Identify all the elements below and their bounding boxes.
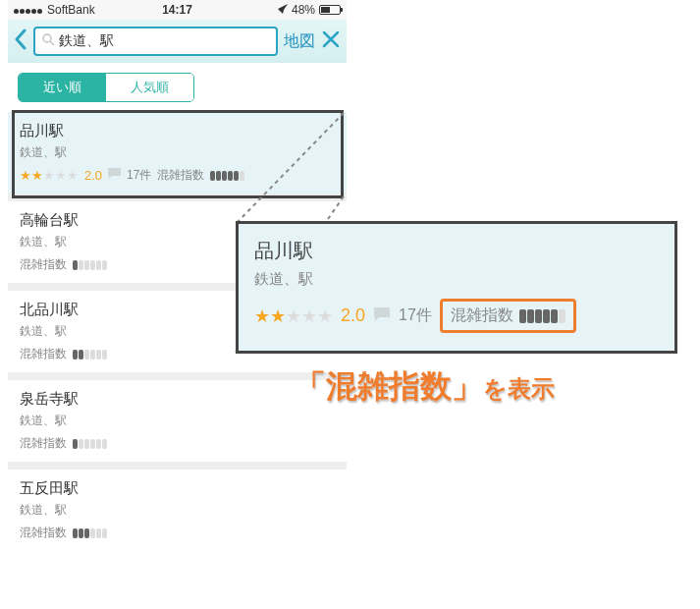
battery-icon [319, 5, 341, 15]
result-card[interactable]: 五反田駅鉄道、駅混雑指数 [8, 470, 347, 551]
crowd-icons [73, 260, 107, 270]
crowd-label: 混雑指数 [451, 305, 513, 326]
annotation-text: 「混雑指数」を表示 [295, 365, 555, 409]
crowd-icons [73, 528, 107, 538]
location-icon [278, 3, 288, 17]
comment-icon [108, 168, 121, 183]
result-title: 品川駅 [20, 122, 335, 140]
search-header: 鉄道、駅 地図 [8, 20, 347, 63]
search-input[interactable]: 鉄道、駅 [33, 27, 278, 56]
crowd-label: 混雑指数 [20, 346, 67, 362]
back-icon[interactable] [14, 28, 27, 54]
sort-segment: 近い順 人気順 [8, 63, 347, 112]
map-link[interactable]: 地図 [284, 31, 315, 52]
result-subtitle: 鉄道、駅 [20, 413, 335, 429]
crowd-icons [73, 350, 107, 360]
result-title: 五反田駅 [20, 479, 335, 498]
crowd-icons [210, 171, 244, 181]
sort-near[interactable]: 近い順 [19, 74, 106, 101]
sort-popular[interactable]: 人気順 [106, 74, 193, 101]
crowd-icons [73, 439, 107, 449]
svg-point-0 [43, 34, 51, 42]
result-subtitle: 鉄道、駅 [20, 144, 335, 161]
rating-value: 2.0 [84, 168, 102, 183]
search-icon [41, 32, 55, 50]
status-bar: SoftBank 14:17 48% [8, 0, 347, 20]
close-icon[interactable] [321, 29, 341, 53]
crowd-label: 混雑指数 [20, 256, 67, 273]
carrier-label: SoftBank [47, 3, 95, 17]
result-title: 泉岳寺駅 [20, 390, 335, 409]
star-rating: ★★★★★ [20, 169, 79, 182]
crowd-icons [519, 309, 565, 323]
crowd-label: 混雑指数 [20, 525, 67, 541]
zoom-rating: 2.0 [341, 305, 365, 326]
clock-label: 14:17 [162, 3, 192, 17]
svg-line-1 [50, 41, 54, 45]
crowd-label: 混雑指数 [20, 435, 67, 452]
battery-pct: 48% [292, 3, 315, 17]
crowd-highlight-box: 混雑指数 [440, 299, 576, 333]
zoom-stars: ★★★★★ [254, 307, 333, 325]
review-count: 17件 [127, 167, 151, 184]
result-card[interactable]: 品川駅鉄道、駅★★★★★2.017件混雑指数 [8, 112, 347, 194]
zoom-callout: 品川駅 鉄道、駅 ★★★★★ 2.0 17件 混雑指数 [236, 221, 677, 354]
crowd-label: 混雑指数 [157, 167, 204, 184]
zoom-reviews: 17件 [399, 305, 432, 326]
zoom-subtitle: 鉄道、駅 [254, 270, 659, 289]
signal-dots-icon [14, 3, 43, 17]
comment-icon [373, 306, 391, 326]
result-subtitle: 鉄道、駅 [20, 502, 335, 519]
search-query: 鉄道、駅 [59, 32, 114, 50]
zoom-title: 品川駅 [254, 238, 659, 264]
